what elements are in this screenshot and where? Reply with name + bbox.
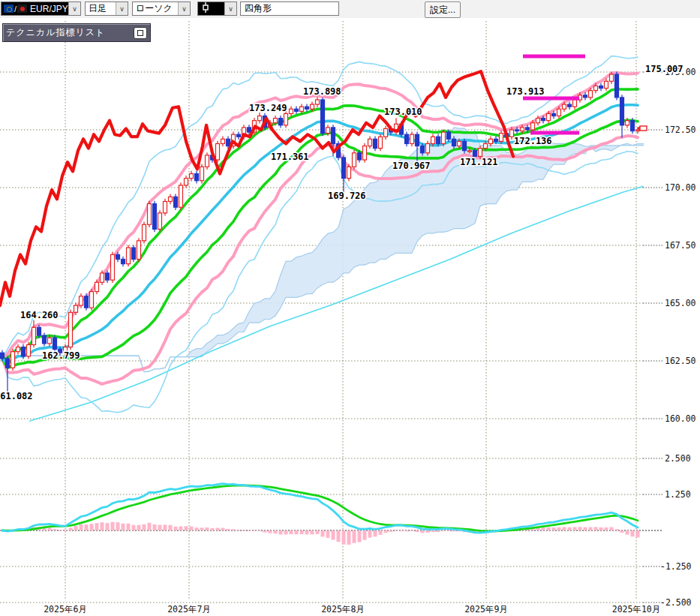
candle — [90, 292, 94, 308]
macd-histogram-bar — [337, 530, 341, 542]
candle-style-select[interactable]: ∨ — [197, 2, 237, 16]
technical-indicator-panel[interactable]: テクニカル指標リスト — [2, 23, 151, 42]
toolbar: / EUR/JPY ∨ 日足 ∨ ローソク ∨ ∨ 四角形 設定... — [0, 0, 700, 18]
axis-tick-label: 167.50 — [665, 240, 696, 251]
candle — [22, 347, 26, 356]
bollinger-band-1 — [2, 89, 638, 359]
macd-histogram-bar — [342, 530, 346, 545]
bollinger-band-3 — [2, 56, 638, 359]
candles-layer[interactable] — [1, 71, 640, 393]
candle — [631, 121, 635, 131]
settings-button[interactable]: 設定... — [425, 2, 461, 18]
candle — [153, 204, 157, 230]
candle — [216, 143, 220, 160]
pair-label: EUR/JPY — [27, 4, 68, 14]
magenta-level-line — [523, 97, 579, 101]
candle — [174, 197, 178, 207]
candle — [116, 254, 120, 259]
macd-histogram-bar — [547, 527, 551, 530]
candle — [447, 132, 451, 139]
candle — [95, 282, 99, 291]
candle — [101, 273, 104, 282]
macd-histogram-bar — [384, 530, 388, 533]
pair-select[interactable]: / EUR/JPY ∨ — [1, 2, 81, 16]
drawing-tool-input[interactable]: 四角形 — [240, 2, 339, 16]
candle — [573, 100, 577, 107]
macd-histogram-bar — [557, 527, 561, 530]
macd-histogram-bar — [321, 530, 325, 536]
magenta-level-line — [523, 55, 585, 59]
macd-histogram-bar — [626, 530, 629, 535]
candle — [190, 174, 194, 179]
chart-type-select[interactable]: ローソク ∨ — [132, 2, 191, 16]
macd-histogram-bar — [106, 523, 110, 530]
candle — [169, 197, 173, 201]
candle — [74, 305, 78, 312]
panel-title: テクニカル指標リスト — [6, 26, 134, 39]
month-label: 2025年6月 — [44, 604, 87, 614]
candle — [421, 146, 425, 153]
candle — [127, 248, 131, 264]
axis-tick-label: 1.250 — [665, 489, 691, 500]
macd-histogram-bar — [589, 527, 593, 530]
candle — [106, 273, 110, 280]
chart-type-label: ローソク — [133, 2, 178, 15]
candle — [300, 107, 304, 111]
candle — [531, 123, 535, 130]
macd-histogram-bar — [248, 530, 251, 531]
timeframe-select[interactable]: 日足 ∨ — [85, 2, 128, 16]
jp-flag-icon — [17, 5, 27, 13]
candle — [358, 153, 362, 160]
chart-canvas[interactable]: 175.00172.50170.00167.50165.00162.50160.… — [0, 0, 700, 616]
axis-tick-label: 172.50 — [665, 125, 696, 135]
eu-flag-icon — [4, 5, 14, 13]
candle — [368, 139, 372, 146]
macd-histogram-bar — [242, 530, 246, 531]
macd-histogram-bar — [258, 530, 262, 531]
candle-style-icon — [198, 2, 224, 15]
price-annotation: 171.121 — [460, 157, 498, 167]
price-annotation: 173.010 — [384, 107, 422, 117]
candle — [547, 113, 551, 120]
macd-histogram-bar — [211, 528, 215, 530]
axis-tick-label: 160.00 — [665, 413, 696, 424]
macd-histogram-bar — [85, 524, 89, 530]
candle — [237, 134, 241, 137]
macd-histogram-bar — [584, 527, 587, 530]
macd-histogram-bar — [284, 530, 288, 534]
candle — [620, 98, 624, 125]
macd-histogram-bar — [269, 530, 272, 533]
month-label: 2025年7月 — [167, 604, 211, 614]
candle — [227, 139, 230, 146]
candle — [552, 113, 556, 116]
candle — [27, 344, 31, 356]
macd-histogram-bar — [316, 530, 320, 534]
candle — [636, 130, 640, 131]
macd-histogram-bar — [190, 527, 194, 530]
candle — [148, 204, 152, 225]
chevron-down-icon: ∨ — [68, 2, 80, 15]
price-annotation: 173.913 — [506, 86, 545, 97]
panel-restore-button[interactable] — [134, 27, 147, 39]
candle — [11, 352, 15, 368]
candle — [500, 134, 503, 142]
candle — [426, 143, 430, 152]
macd-histogram-bar — [452, 530, 456, 531]
macd-histogram-bar — [620, 530, 624, 533]
candle — [122, 259, 125, 263]
timeframe-label: 日足 — [86, 2, 116, 15]
candle — [195, 174, 199, 181]
macd-histogram-bar — [379, 530, 383, 535]
candle — [85, 296, 89, 308]
candle — [221, 139, 225, 143]
candle — [279, 119, 283, 125]
macd-histogram-bar — [174, 527, 178, 530]
candle — [69, 312, 73, 347]
price-annotation: 161.082 — [0, 391, 33, 401]
macd-histogram-bar — [200, 527, 204, 530]
price-annotation: 171.361 — [271, 152, 309, 162]
candle — [563, 104, 566, 109]
candle — [442, 132, 446, 143]
macd-histogram-bar — [400, 530, 404, 531]
candle — [605, 81, 608, 88]
